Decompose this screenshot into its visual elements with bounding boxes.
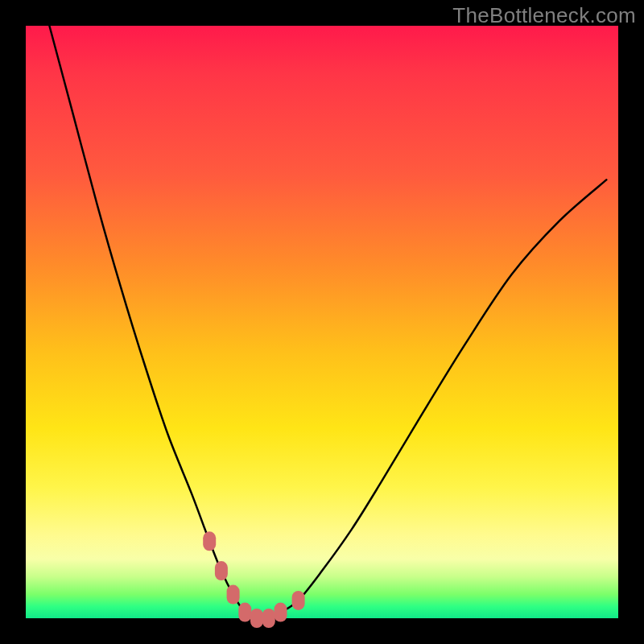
highlight-marker [275, 603, 287, 622]
highlight-markers [203, 531, 304, 628]
highlight-marker [215, 561, 228, 580]
highlight-marker [292, 591, 305, 610]
curve-svg [26, 26, 618, 618]
plot-area [26, 26, 618, 618]
bottleneck-curve [49, 26, 606, 619]
highlight-marker [250, 609, 263, 628]
highlight-marker [262, 609, 275, 628]
highlight-marker [227, 585, 240, 605]
highlight-marker [238, 603, 251, 622]
chart-frame: TheBottleneck.com [0, 0, 644, 644]
highlight-marker [203, 531, 216, 551]
watermark-text: TheBottleneck.com [452, 3, 636, 28]
